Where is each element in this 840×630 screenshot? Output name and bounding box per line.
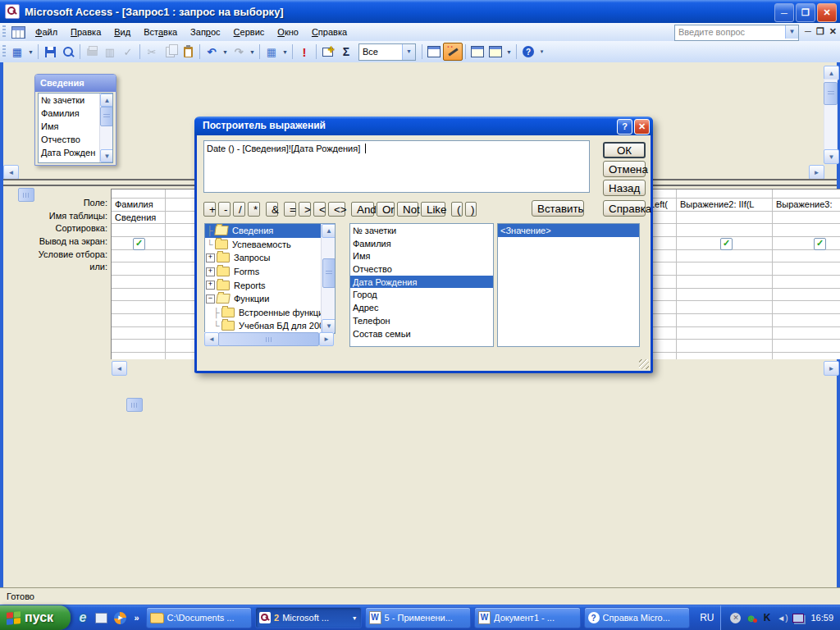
scroll-down-icon[interactable]: ▼ — [100, 149, 113, 162]
ok-button[interactable]: ОК — [603, 142, 646, 158]
scroll-right-icon[interactable]: ► — [824, 361, 839, 376]
close-button[interactable]: ✕ — [817, 3, 837, 22]
scroll-left-icon[interactable]: ◄ — [112, 361, 127, 376]
database-window-icon[interactable] — [468, 43, 486, 60]
restore-button[interactable]: ❐ — [796, 3, 815, 22]
operator-equals-button[interactable]: = — [284, 202, 296, 217]
volume-icon[interactable]: ◄) — [776, 612, 788, 624]
tree-item-uspevaemost[interactable]: └ Успеваемость — [205, 238, 335, 252]
paste-icon[interactable] — [179, 43, 197, 60]
dialog-field-item[interactable]: Адрес — [350, 301, 493, 314]
scroll-right-icon[interactable]: ► — [319, 332, 334, 346]
expand-plus-icon[interactable]: + — [206, 267, 215, 276]
scroll-right-icon[interactable]: ► — [809, 165, 824, 180]
scroll-left-icon[interactable]: ◄ — [3, 165, 19, 180]
operator-less-button[interactable]: < — [313, 202, 326, 217]
menu-tools[interactable]: Сервис — [227, 23, 272, 41]
build-icon[interactable] — [443, 43, 463, 61]
expand-plus-icon[interactable]: + — [206, 281, 215, 290]
scroll-thumb[interactable] — [218, 332, 319, 346]
operator-or-button[interactable]: Or — [377, 202, 395, 217]
grid-cell-table[interactable]: Сведения — [112, 212, 166, 224]
dialog-field-item-selected[interactable]: Дата Рождения — [350, 276, 493, 289]
taskbar-button-explorer[interactable]: C:\Documents ... — [146, 607, 253, 628]
collapse-minus-icon[interactable]: − — [206, 294, 215, 304]
new-object-dropdown-icon[interactable]: ▼ — [504, 43, 514, 60]
show-checkbox[interactable]: ✓ — [720, 238, 733, 250]
dialog-help-icon[interactable]: ? — [617, 119, 632, 135]
toolbar-grip[interactable] — [2, 45, 6, 58]
grid-cell-field[interactable]: Фамилия — [112, 199, 166, 211]
tree-item-reports[interactable]: + Reports — [205, 278, 335, 292]
insert-button[interactable]: Вставить — [532, 200, 584, 217]
menu-window[interactable]: Окно — [271, 23, 305, 41]
show-checkbox[interactable]: ✓ — [133, 238, 145, 250]
query-window-icon[interactable] — [11, 26, 25, 39]
operator-like-button[interactable]: Like — [421, 202, 445, 217]
operator-multiply-button[interactable]: * — [248, 202, 260, 217]
operator-notequal-button[interactable]: <> — [328, 202, 345, 217]
grid-cell-field[interactable]: Выражение2: IIf(L — [678, 199, 774, 211]
chevron-down-icon[interactable]: ▼ — [785, 25, 798, 39]
operator-plus-button[interactable]: + — [203, 202, 216, 217]
taskbar-button-access-group[interactable]: 2 Microsoft ... ▼ — [255, 607, 362, 628]
child-restore-button[interactable]: ❐ — [816, 26, 824, 37]
tree-hscrollbar[interactable]: ◄ ► — [204, 332, 334, 345]
dialog-field-item[interactable]: Имя — [350, 249, 493, 262]
resize-grip[interactable] — [639, 359, 649, 369]
menu-edit[interactable]: Правка — [64, 23, 107, 41]
view-datasheet-icon[interactable]: ▦ — [8, 43, 26, 60]
operator-closeparen-button[interactable]: ) — [465, 202, 477, 217]
dialog-value-item-selected[interactable]: <Значение> — [498, 224, 639, 237]
field-list-title[interactable]: Сведения — [35, 75, 116, 92]
internet-explorer-icon[interactable]: e — [75, 611, 89, 625]
dialog-field-list[interactable]: № зачетки Фамилия Имя Отчество Дата Рожд… — [349, 223, 494, 347]
help-button[interactable]: Справка — [603, 200, 646, 217]
view-dropdown-icon[interactable]: ▼ — [26, 43, 35, 60]
tree-item-vstroennye-funkcii[interactable]: ├ Встроенные функции — [205, 306, 335, 320]
operator-not-button[interactable]: Not — [397, 202, 418, 217]
dialog-values-list[interactable]: <Значение> — [497, 223, 640, 347]
menu-help[interactable]: Справка — [305, 23, 354, 41]
dialog-field-item[interactable]: Отчество — [350, 262, 493, 276]
child-minimize-button[interactable]: ─ — [805, 26, 811, 37]
operator-greater-button[interactable]: > — [299, 202, 311, 217]
quick-launch-overflow-icon[interactable]: » — [134, 613, 139, 623]
run-icon[interactable]: ! — [295, 43, 313, 60]
operator-concat-button[interactable]: & — [266, 202, 278, 217]
grid-cell-field[interactable]: Выражение3: — [774, 199, 840, 211]
menu-file[interactable]: Файл — [29, 23, 64, 41]
operator-divide-button[interactable]: / — [233, 202, 245, 217]
expand-plus-icon[interactable]: + — [206, 253, 215, 262]
cancel-button[interactable]: Отмена — [603, 161, 646, 177]
taskbar-button-help[interactable]: ? Справка Micro... — [584, 607, 691, 628]
back-button[interactable]: Назад — [603, 180, 646, 196]
save-icon[interactable] — [41, 43, 59, 60]
grid-hscroll-thumb[interactable] — [126, 398, 143, 412]
show-desktop-icon[interactable] — [94, 611, 108, 625]
tree-item-zaprosy[interactable]: + Запросы — [205, 251, 335, 265]
dialog-close-icon[interactable]: ✕ — [634, 119, 650, 135]
menu-insert[interactable]: Вставка — [137, 23, 184, 41]
field-list-scrollbar[interactable]: ▲ ▼ — [99, 94, 112, 162]
scroll-down-icon[interactable]: ▼ — [824, 149, 839, 164]
media-player-icon[interactable]: ▶ — [113, 611, 127, 625]
show-table-icon[interactable]: ✚ — [319, 43, 337, 60]
new-object-icon[interactable] — [486, 43, 504, 60]
menu-view[interactable]: Вид — [107, 23, 137, 41]
tree-item-forms[interactable]: + Forms — [205, 265, 335, 279]
taskbar-button-word-2[interactable]: W Документ1 - ... — [474, 607, 581, 628]
minimize-button[interactable]: ─ — [774, 3, 794, 22]
dialog-field-item[interactable]: Фамилия — [350, 237, 493, 250]
expression-tree[interactable]: ├ Сведения └ Успеваемость + Запросы + Fo… — [204, 223, 336, 334]
undo-icon[interactable]: ↶ — [203, 43, 221, 60]
scroll-thumb[interactable] — [100, 107, 113, 126]
undo-dropdown-icon[interactable]: ▼ — [221, 43, 230, 60]
scroll-left-icon[interactable]: ◄ — [204, 332, 219, 346]
messenger-icon[interactable]: ✕ — [729, 612, 742, 624]
scroll-down-icon[interactable]: ▼ — [322, 319, 336, 333]
top-values-combo[interactable]: Все ▼ — [358, 43, 416, 61]
tree-vscrollbar[interactable]: ▲ ▼ — [321, 224, 335, 333]
query-type-dropdown-icon[interactable]: ▼ — [281, 43, 290, 60]
show-checkbox[interactable]: ✓ — [814, 238, 826, 250]
